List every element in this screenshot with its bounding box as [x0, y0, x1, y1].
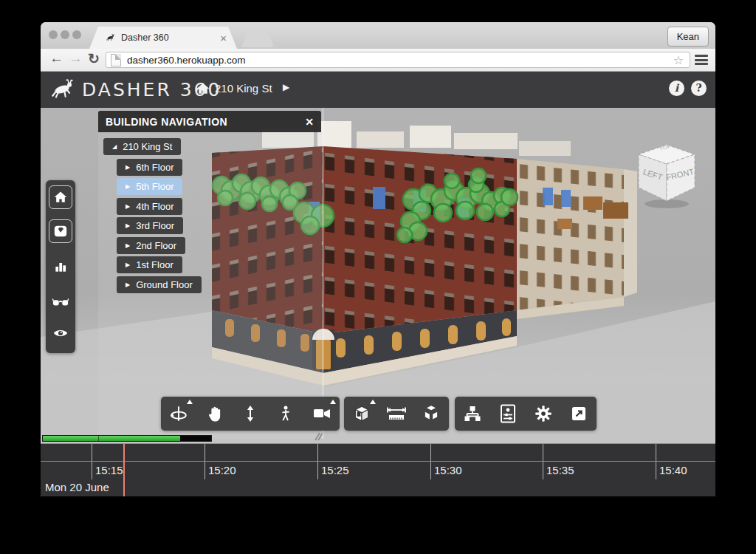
- orbit-icon: [169, 404, 188, 423]
- properties-button[interactable]: [492, 397, 524, 431]
- timeline-resize-handle[interactable]: [312, 431, 323, 442]
- dashboard-button[interactable]: [49, 219, 72, 243]
- hand-icon: [207, 405, 223, 423]
- tab-title: Dasher 360: [121, 33, 220, 43]
- expander-icon: ▶: [126, 183, 130, 190]
- window-close-button[interactable]: [49, 30, 58, 39]
- person-icon: [278, 404, 293, 423]
- browser-window: Dasher 360 × Kean ← → ↻ dasher360.heroku…: [41, 22, 715, 496]
- timeline-tick-label: 15:25: [321, 464, 349, 476]
- help-button[interactable]: ?: [691, 81, 707, 96]
- progress-segment-divider: [98, 436, 99, 441]
- eye-icon: [52, 327, 69, 339]
- home-icon: [53, 190, 68, 205]
- breadcrumb[interactable]: 210 King St: [215, 82, 272, 95]
- tree-node-label: 1st Floor: [136, 259, 173, 270]
- app-header: DASHER 360 210 King St ▶ i ?: [41, 72, 715, 108]
- tree-node-building[interactable]: ◢ 210 King St: [103, 138, 181, 155]
- camera-icon: [312, 406, 331, 422]
- refresh-icon[interactable]: ↻: [88, 50, 100, 67]
- playback-progress-bar[interactable]: [42, 435, 212, 442]
- forward-icon[interactable]: →: [69, 50, 83, 66]
- tree-node-label: 6th Floor: [136, 162, 173, 173]
- home-breadcrumb-icon[interactable]: [196, 81, 210, 96]
- tree-node-label: 210 King St: [123, 141, 172, 152]
- measure-button[interactable]: [380, 397, 413, 431]
- building-navigation-panel-header[interactable]: BUILDING NAVIGATION ✕: [98, 111, 321, 132]
- tree-node-label: 5th Floor: [136, 181, 173, 192]
- tree-node-floor-3[interactable]: ▶ 3rd Floor: [117, 217, 183, 234]
- bookmark-star-icon[interactable]: ☆: [673, 53, 684, 67]
- expander-icon: ▶: [126, 281, 130, 288]
- measure-icon: [386, 405, 407, 423]
- info-button[interactable]: i: [669, 81, 684, 96]
- window-zoom-button[interactable]: [72, 30, 81, 39]
- visibility-button[interactable]: [49, 321, 72, 345]
- explode-cube-icon: [422, 404, 441, 423]
- profile-button[interactable]: Kean: [667, 27, 709, 47]
- vr-mode-button[interactable]: [49, 290, 72, 314]
- tree-node-floor-ground[interactable]: ▶ Ground Floor: [117, 276, 202, 293]
- tree-node-floor-2[interactable]: ▶ 2nd Floor: [117, 237, 185, 254]
- tree-node-floor-4[interactable]: ▶ 4th Floor: [117, 198, 182, 215]
- nav-tools-toolbar: [161, 397, 340, 431]
- expander-icon: ▶: [126, 261, 130, 268]
- view-cube[interactable]: TOP LEFT FRONT: [631, 136, 705, 213]
- browser-toolbar: ← → ↻ dasher360.herokuapp.com ☆: [41, 49, 715, 72]
- timeline[interactable]: 15:15 15:20 15:25 15:30 15:35 15:40 Mon …: [41, 443, 715, 496]
- fullscreen-button[interactable]: [563, 397, 595, 431]
- deer-favicon-icon: [106, 33, 116, 43]
- expander-icon: ▶: [126, 242, 130, 249]
- timeline-tick-label: 15:40: [659, 464, 687, 476]
- back-icon[interactable]: ←: [49, 50, 63, 66]
- model-viewport[interactable]: TOP LEFT FRONT BUILDING NAVIGATION ✕ ◢ 2…: [41, 108, 715, 443]
- timeline-tick-label: 15:15: [95, 464, 123, 476]
- expander-icon[interactable]: ◢: [112, 143, 117, 150]
- hierarchy-icon: [464, 405, 481, 423]
- timeline-tick-label: 15:30: [434, 464, 462, 476]
- browser-tab[interactable]: Dasher 360 ×: [89, 27, 237, 49]
- vertical-arrows-icon: [242, 404, 258, 423]
- tree-node-floor-5-selected[interactable]: ▶ 5th Floor: [117, 178, 182, 195]
- walk-tool-button[interactable]: [269, 397, 302, 431]
- url-bar[interactable]: dasher360.herokuapp.com ☆: [106, 52, 690, 68]
- left-sidebar: [46, 180, 75, 353]
- camera-views-button[interactable]: [346, 397, 378, 431]
- gauge-icon: [53, 225, 68, 238]
- new-tab-button[interactable]: [241, 28, 274, 47]
- submenu-indicator-icon: [187, 400, 193, 404]
- tree-node-label: 2nd Floor: [136, 240, 176, 251]
- tree-node-floor-1[interactable]: ▶ 1st Floor: [117, 256, 182, 273]
- expander-icon: ▶: [126, 164, 130, 171]
- tree-node-label: Ground Floor: [136, 279, 193, 290]
- tab-close-icon[interactable]: ×: [220, 32, 227, 44]
- breadcrumb-chevron-icon[interactable]: ▶: [283, 82, 289, 92]
- timeline-tick: [543, 444, 543, 479]
- tree-node-floor-6[interactable]: ▶ 6th Floor: [117, 159, 182, 176]
- timeline-date-label: Mon 20 June: [45, 481, 109, 493]
- tree-node-label: 3rd Floor: [136, 220, 174, 231]
- model-browser-button[interactable]: [456, 397, 489, 431]
- explode-model-button[interactable]: [415, 397, 447, 431]
- page-icon: [111, 54, 121, 66]
- timeline-tick-label: 15:35: [546, 464, 574, 476]
- pan-tool-button[interactable]: [199, 397, 231, 431]
- charts-button[interactable]: [49, 255, 72, 278]
- camera-tool-button[interactable]: [306, 397, 338, 431]
- window-minimize-button[interactable]: [61, 30, 69, 39]
- deer-logo-icon: [49, 76, 78, 103]
- view-tools-toolbar: [344, 397, 449, 431]
- gear-icon: [534, 404, 553, 423]
- glasses-icon: [52, 297, 69, 307]
- menu-icon[interactable]: [695, 55, 708, 65]
- timeline-row-divider: [41, 461, 715, 462]
- settings-button[interactable]: [527, 397, 560, 431]
- panel-close-icon[interactable]: ✕: [305, 116, 314, 128]
- orbit-tool-button[interactable]: [162, 397, 195, 431]
- fullscreen-icon: [570, 405, 588, 423]
- home-view-button[interactable]: [49, 185, 72, 209]
- expander-icon: ▶: [126, 222, 130, 229]
- timeline-tick: [92, 444, 92, 479]
- zoom-tool-button[interactable]: [234, 397, 267, 431]
- timeline-cursor[interactable]: [123, 444, 125, 496]
